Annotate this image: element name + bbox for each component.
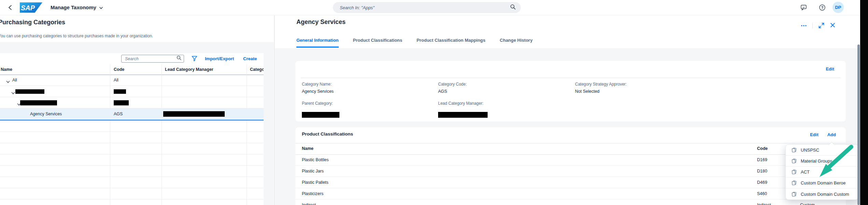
- create-button[interactable]: Create: [243, 56, 257, 61]
- column-header-code[interactable]: Code: [757, 146, 768, 151]
- cell-domain: Custom: [800, 203, 815, 205]
- classification-row[interactable]: Plastic BottlesD169: [295, 154, 846, 166]
- detail-panel: Agency Services General InformationProdu…: [275, 15, 860, 205]
- menu-item-custom-domain-custom[interactable]: Custom Domain Custom: [786, 189, 858, 200]
- classification-row[interactable]: Plastic PalletsD469: [295, 177, 846, 188]
- field-value: AGS: [438, 89, 447, 94]
- product-classifications-card: Product Classifications Edit Add NameCod…: [295, 127, 846, 205]
- classification-row[interactable]: PlasticizersS460: [295, 188, 846, 200]
- app-title: Manage Taxonomy: [51, 4, 96, 10]
- table-header-row: NameCodeLead Category ManagerCategory: [0, 64, 264, 75]
- classification-row[interactable]: IndirectIndirectCustom: [295, 200, 846, 205]
- redacted-name: [20, 100, 57, 105]
- menu-item-label: Custom Domain Beroe: [801, 180, 846, 185]
- filter-icon[interactable]: [192, 56, 197, 62]
- shell-search-input[interactable]: [339, 5, 510, 11]
- overflow-menu-icon[interactable]: [801, 23, 807, 28]
- tab-product-classification-mappings[interactable]: Product Classification Mappings: [417, 38, 486, 48]
- redacted-code: [114, 100, 129, 105]
- import-export-button[interactable]: Import/Export: [205, 56, 234, 61]
- table-row-empty[interactable]: [0, 143, 264, 154]
- svg-text:SAP: SAP: [21, 4, 35, 12]
- table-search[interactable]: [121, 55, 184, 63]
- edit-button[interactable]: Edit: [810, 132, 818, 137]
- general-information-card: Edit Category Name:Agency ServicesCatego…: [295, 61, 846, 121]
- field-label: Category Strategy Approver:: [575, 82, 627, 87]
- shell-search[interactable]: [333, 2, 521, 13]
- column-header-category[interactable]: Category: [250, 67, 264, 72]
- menu-item-label: ACT: [801, 169, 810, 175]
- sap-logo: SAP: [20, 2, 42, 14]
- back-icon[interactable]: [8, 5, 12, 10]
- close-icon[interactable]: [830, 23, 836, 28]
- menu-item-act[interactable]: ACT: [786, 167, 858, 178]
- avatar[interactable]: DP: [832, 2, 844, 13]
- column-header-name[interactable]: Name: [1, 67, 12, 72]
- chevron-down-icon: [99, 4, 103, 10]
- tab-general-information[interactable]: General Information: [296, 38, 339, 48]
- classification-table-body: Plastic BottlesD169Plastic JarsD180Plast…: [295, 154, 846, 205]
- table-toolbar: Import/Export Create: [0, 53, 264, 64]
- column-header-lead-category-manager[interactable]: Lead Category Manager: [165, 67, 213, 72]
- menu-item-label: Material Groups: [801, 158, 832, 164]
- detail-title: Agency Services: [296, 18, 346, 26]
- expand-icon[interactable]: [818, 23, 824, 28]
- table-row-empty[interactable]: [0, 120, 264, 132]
- cell-name: Plastic Bottles: [302, 157, 329, 162]
- field-label: Lead Category Manager:: [438, 101, 484, 106]
- column-header-name[interactable]: Name: [302, 146, 313, 151]
- table-row[interactable]: AllAll: [0, 75, 264, 86]
- table-search-input[interactable]: [124, 56, 177, 62]
- chevron-down-icon[interactable]: [11, 90, 15, 93]
- table-row-empty[interactable]: [0, 132, 264, 143]
- cell-code: S460: [757, 191, 767, 196]
- help-icon[interactable]: ?: [819, 4, 826, 11]
- field-value: Not Selected: [575, 89, 600, 94]
- svg-text:?: ?: [821, 5, 824, 10]
- cell-code: D169: [757, 157, 767, 162]
- copy-icon: [792, 169, 797, 175]
- table-row-empty[interactable]: [0, 154, 264, 166]
- redacted-code: [114, 89, 126, 94]
- app-title-menu[interactable]: Manage Taxonomy: [51, 4, 103, 10]
- screen-edge: [860, 0, 868, 205]
- redacted-value: [302, 112, 339, 118]
- table-row-empty[interactable]: [0, 177, 264, 188]
- table-row[interactable]: [0, 86, 264, 97]
- search-icon[interactable]: [510, 4, 516, 11]
- edit-button[interactable]: Edit: [826, 66, 834, 72]
- page-subtitle: You can use purchasing categories to str…: [0, 34, 153, 38]
- page-title: Purchasing Categories: [0, 19, 65, 26]
- vertical-scrollbar[interactable]: [857, 44, 860, 205]
- field-label: Category Code:: [438, 82, 467, 87]
- screen: SAP Manage Taxonomy ?: [0, 0, 868, 205]
- table-row[interactable]: [0, 97, 264, 108]
- table-row-selected[interactable]: Agency ServicesAGS: [0, 108, 264, 120]
- tab-change-history[interactable]: Change History: [500, 38, 533, 48]
- divider: [301, 78, 840, 78]
- panel-divider: [274, 15, 275, 205]
- copy-icon: [792, 158, 797, 164]
- menu-item-material-groups[interactable]: Material Groups: [786, 156, 858, 167]
- column-header-code[interactable]: Code: [114, 67, 124, 72]
- tab-product-classifications[interactable]: Product Classifications: [353, 38, 402, 48]
- shell-bar: SAP Manage Taxonomy ?: [0, 0, 860, 15]
- classification-row[interactable]: Plastic JarsD180: [295, 166, 846, 177]
- table-row-empty[interactable]: [0, 166, 264, 177]
- divider: [812, 23, 813, 28]
- card-title: Product Classifications: [302, 131, 353, 137]
- cell-code: D469: [757, 180, 767, 185]
- table-row-empty[interactable]: [0, 188, 264, 200]
- cell-code: D180: [757, 169, 767, 174]
- tab-strip: General InformationProduct Classificatio…: [296, 38, 533, 48]
- search-icon[interactable]: [177, 55, 182, 62]
- add-button[interactable]: Add: [827, 132, 836, 137]
- cell-code: Indirect: [757, 203, 771, 205]
- field-label: Category Name:: [302, 82, 332, 87]
- feedback-icon[interactable]: [800, 4, 807, 11]
- cell-name: All: [12, 78, 17, 82]
- chevron-down-icon[interactable]: [6, 79, 10, 82]
- field-value: Agency Services: [302, 89, 334, 94]
- menu-item-unspsc[interactable]: UNSPSC: [786, 145, 858, 156]
- menu-item-custom-domain-beroe[interactable]: Custom Domain Beroe: [786, 178, 858, 189]
